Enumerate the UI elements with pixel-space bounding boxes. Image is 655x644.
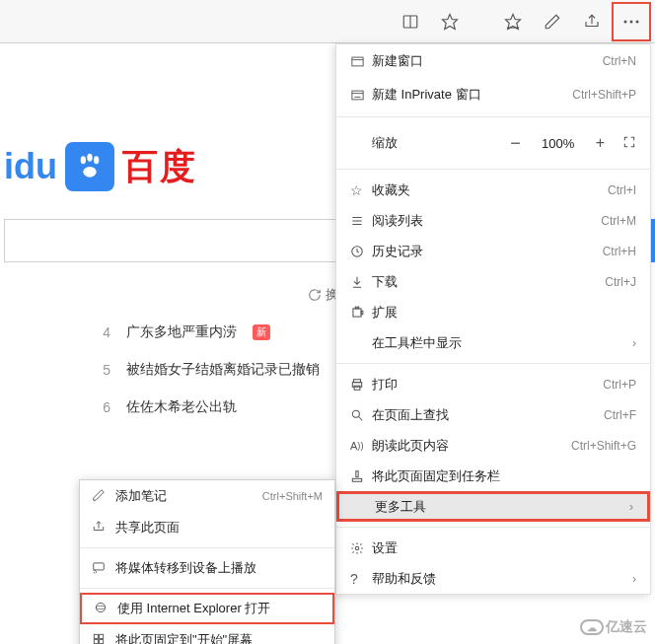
- zoom-in-icon[interactable]: +: [596, 134, 605, 152]
- star-icon[interactable]: [430, 2, 470, 41]
- more-tools-submenu: 添加笔记 Ctrl+Shift+M 共享此页面 将媒体转移到设备上播放 使用 I…: [79, 479, 335, 644]
- menu-divider: [336, 527, 650, 528]
- menu-zoom: 缩放 − 100% +: [336, 122, 650, 164]
- zoom-value: 100%: [539, 136, 578, 151]
- submenu-shortcut: Ctrl+Shift+M: [262, 490, 323, 502]
- hot-rank: 5: [99, 362, 110, 378]
- svg-marker-2: [443, 14, 458, 29]
- zoom-out-icon[interactable]: −: [510, 133, 521, 154]
- submenu-label: 添加笔记: [115, 487, 262, 505]
- fullscreen-icon[interactable]: [622, 135, 636, 152]
- menu-label: 打印: [372, 376, 603, 394]
- menu-divider: [336, 116, 650, 117]
- zoom-label: 缩放: [350, 134, 510, 152]
- inprivate-icon: [350, 88, 372, 103]
- submenu-cast-media[interactable]: 将媒体转移到设备上播放: [80, 552, 334, 584]
- svg-point-36: [96, 606, 105, 609]
- menu-label: 扩展: [372, 304, 636, 322]
- share-icon[interactable]: [572, 2, 612, 41]
- menu-label: 在页面上查找: [372, 406, 604, 424]
- svg-rect-14: [352, 57, 363, 66]
- pen-icon: [92, 488, 115, 505]
- menu-label: 收藏夹: [372, 181, 608, 199]
- svg-point-8: [81, 156, 86, 164]
- more-icon[interactable]: [612, 2, 651, 41]
- watermark: ☁ 亿速云: [580, 618, 647, 636]
- svg-point-35: [96, 603, 105, 611]
- svg-point-33: [355, 546, 359, 550]
- svg-rect-38: [100, 634, 104, 638]
- svg-point-6: [630, 20, 633, 23]
- menu-label: 新建窗口: [372, 52, 603, 70]
- svg-point-29: [352, 410, 359, 417]
- submenu-share-page[interactable]: 共享此页面: [80, 512, 334, 543]
- menu-label: 在工具栏中显示: [372, 334, 632, 352]
- share-icon: [92, 520, 115, 537]
- menu-history[interactable]: 历史记录 Ctrl+H: [336, 236, 650, 266]
- read-aloud-icon: A)): [350, 440, 372, 452]
- menu-reading-list[interactable]: 阅读列表 Ctrl+M: [336, 205, 650, 236]
- chevron-right-icon: ›: [629, 500, 633, 514]
- svg-point-10: [94, 156, 99, 164]
- menu-label: 设置: [372, 539, 636, 557]
- submenu-divider: [80, 588, 334, 589]
- svg-rect-32: [356, 470, 358, 476]
- svg-rect-40: [100, 639, 104, 643]
- menu-divider: [336, 363, 650, 364]
- star-icon: ☆: [350, 182, 372, 198]
- menu-downloads[interactable]: 下载 Ctrl+J: [336, 266, 650, 297]
- menu-shortcut: Ctrl+J: [605, 275, 636, 289]
- menu-shortcut: Ctrl+F: [604, 408, 636, 422]
- ie-icon: [94, 601, 117, 617]
- submenu-label: 共享此页面: [115, 519, 323, 537]
- svg-rect-24: [355, 307, 359, 309]
- menu-more-tools[interactable]: 更多工具 ›: [336, 491, 650, 522]
- menu-help[interactable]: ? 帮助和反馈 ›: [336, 563, 650, 594]
- menu-settings[interactable]: 设置: [336, 533, 650, 563]
- submenu-pin-start[interactable]: 将此页固定到"开始"屏幕: [80, 624, 334, 644]
- menu-label: 将此页面固定到任务栏: [372, 467, 636, 485]
- svg-rect-23: [353, 308, 361, 316]
- svg-rect-28: [354, 386, 360, 390]
- menu-shortcut: Ctrl+M: [601, 214, 636, 228]
- hot-text: 佐佐木希老公出轨: [126, 398, 237, 416]
- menu-label: 更多工具: [375, 498, 629, 516]
- svg-point-11: [83, 167, 96, 178]
- reading-view-icon[interactable]: [391, 2, 430, 41]
- download-icon: [350, 275, 372, 289]
- submenu-open-ie[interactable]: 使用 Internet Explorer 打开: [80, 593, 334, 624]
- svg-rect-16: [352, 91, 363, 100]
- hot-rank: 4: [99, 324, 110, 340]
- pen-icon[interactable]: [533, 2, 572, 41]
- menu-print[interactable]: 打印 Ctrl+P: [336, 369, 650, 399]
- menu-shortcut: Ctrl+N: [603, 54, 636, 68]
- browser-toolbar: [0, 0, 655, 43]
- baidu-logo-prefix: idu: [4, 146, 57, 187]
- menu-pin-taskbar[interactable]: 将此页面固定到任务栏: [336, 461, 650, 491]
- menu-new-window[interactable]: 新建窗口 Ctrl+N: [336, 44, 650, 78]
- gear-icon: [350, 541, 372, 555]
- svg-point-7: [636, 20, 639, 23]
- svg-rect-37: [94, 634, 98, 638]
- svg-rect-25: [361, 311, 363, 315]
- baidu-paw-icon: [65, 142, 114, 191]
- search-icon: [350, 408, 372, 422]
- menu-show-in-toolbar[interactable]: 在工具栏中显示 ›: [336, 327, 650, 358]
- watermark-text: 亿速云: [606, 618, 647, 636]
- menu-find[interactable]: 在页面上查找 Ctrl+F: [336, 399, 650, 430]
- submenu-divider: [80, 547, 334, 548]
- submenu-add-notes[interactable]: 添加笔记 Ctrl+Shift+M: [80, 480, 334, 512]
- submenu-label: 将媒体转移到设备上播放: [115, 559, 323, 577]
- menu-label: 下载: [372, 273, 605, 291]
- menu-extensions[interactable]: 扩展: [336, 297, 650, 327]
- menu-label: 新建 InPrivate 窗口: [372, 86, 572, 104]
- pin-start-icon: [92, 632, 115, 645]
- menu-label: 历史记录: [372, 243, 603, 260]
- hot-badge-new: 新: [253, 324, 270, 340]
- chevron-right-icon: ›: [632, 336, 636, 350]
- menu-new-inprivate[interactable]: 新建 InPrivate 窗口 Ctrl+Shift+P: [336, 78, 650, 111]
- favorites-icon[interactable]: [493, 2, 533, 41]
- menu-read-aloud[interactable]: A)) 朗读此页内容 Ctrl+Shift+G: [336, 430, 650, 461]
- menu-favorites[interactable]: ☆ 收藏夹 Ctrl+I: [336, 175, 650, 205]
- help-icon: ?: [350, 571, 372, 587]
